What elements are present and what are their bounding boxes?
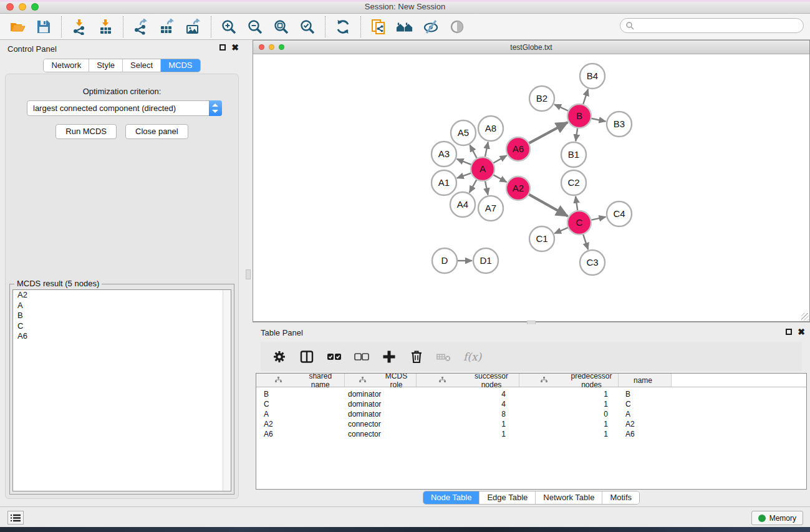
graph-node-A8[interactable]: A8 — [478, 116, 503, 141]
graph-node-A6[interactable]: A6 — [506, 137, 530, 161]
graph-node-C4[interactable]: C4 — [607, 201, 632, 226]
graph-node-A1[interactable]: A1 — [432, 170, 456, 195]
window-resize-grip[interactable] — [801, 313, 809, 321]
tab-node-table[interactable]: Node Table — [423, 491, 480, 504]
edge-A-A3[interactable] — [457, 159, 472, 165]
graph-node-D1[interactable]: D1 — [473, 248, 498, 273]
tab-style[interactable]: Style — [89, 59, 122, 72]
result-list-scrollbar[interactable] — [223, 290, 231, 491]
cell-name[interactable]: C — [619, 400, 672, 409]
refresh-icon[interactable] — [334, 18, 352, 36]
memory-button[interactable]: Memory — [751, 511, 803, 525]
column-header-name[interactable]: name — [619, 374, 672, 387]
float-panel-icon[interactable] — [219, 44, 226, 51]
table-row[interactable]: Adominator80A — [256, 409, 806, 419]
cell-mcds_role[interactable]: dominator — [345, 390, 417, 399]
table-row[interactable]: A2connector11A2 — [256, 419, 806, 429]
cell-shared_name[interactable]: C — [256, 400, 345, 409]
delete-table-icon[interactable] — [436, 349, 452, 365]
table-float-icon[interactable] — [786, 329, 792, 335]
result-item[interactable]: B — [13, 311, 231, 321]
edge-C-C2[interactable] — [576, 196, 577, 211]
network-window-titlebar[interactable]: testGlobe.txt — [253, 41, 809, 54]
cell-name[interactable]: A — [619, 410, 672, 418]
export-image-icon[interactable] — [185, 18, 202, 36]
open-session-icon[interactable] — [9, 18, 26, 36]
graph-node-B1[interactable]: B1 — [561, 142, 586, 167]
edge-A-A2[interactable] — [493, 175, 507, 182]
divider-handle-icon[interactable] — [246, 269, 251, 279]
graph-node-B[interactable]: B — [567, 104, 591, 128]
cell-name[interactable]: A2 — [619, 420, 672, 428]
graph-node-C2[interactable]: C2 — [561, 170, 586, 195]
zoom-in-icon[interactable] — [220, 18, 238, 36]
hide-graphics-details-icon[interactable] — [422, 18, 440, 36]
result-item[interactable]: A2 — [13, 290, 231, 301]
network-from-file-icon[interactable] — [370, 18, 387, 36]
edge-A-A8[interactable] — [485, 142, 488, 158]
edge-B-B4[interactable] — [583, 89, 588, 105]
cell-name[interactable]: B — [619, 390, 672, 399]
graph-node-A3[interactable]: A3 — [432, 142, 456, 167]
edge-C-C3[interactable] — [583, 234, 588, 249]
export-table-icon[interactable] — [158, 18, 176, 36]
edge-A-A6[interactable] — [493, 155, 507, 163]
cell-shared_name[interactable]: B — [256, 390, 345, 399]
table-row[interactable]: Cdominator41C — [256, 399, 806, 409]
graph-node-A[interactable]: A — [471, 157, 494, 181]
tab-motifs[interactable]: Motifs — [602, 491, 639, 504]
tab-network-table[interactable]: Network Table — [535, 491, 602, 504]
graph-node-A2[interactable]: A2 — [506, 177, 530, 200]
graph-node-B4[interactable]: B4 — [580, 64, 605, 89]
graph-node-C3[interactable]: C3 — [580, 250, 605, 275]
result-item[interactable]: C — [13, 321, 231, 332]
delete-column-icon[interactable] — [408, 349, 425, 365]
split-panel-icon[interactable] — [299, 349, 315, 365]
cell-mcds_role[interactable]: connector — [345, 420, 417, 428]
cell-mcds_role[interactable]: dominator — [345, 400, 417, 409]
tab-mcds[interactable]: MCDS — [160, 59, 200, 72]
search-input[interactable] — [634, 21, 803, 30]
close-panel-icon[interactable]: ✖ — [231, 44, 239, 51]
cell-predecessor_nodes[interactable]: 1 — [519, 420, 619, 428]
zoom-fit-icon[interactable] — [272, 18, 290, 36]
select-all-rows-icon[interactable] — [326, 349, 342, 365]
network-graph[interactable]: B4B2BB3B1A6A5A8A3AA1A4A7A2C2CC4C1C3DD1 — [254, 55, 809, 321]
graph-node-B3[interactable]: B3 — [607, 112, 632, 137]
cell-mcds_role[interactable]: dominator — [345, 410, 417, 418]
zoom-selected-icon[interactable] — [299, 18, 316, 36]
save-session-icon[interactable] — [35, 18, 52, 36]
cell-shared_name[interactable]: A2 — [256, 420, 345, 428]
close-panel-button[interactable]: Close panel — [125, 124, 188, 139]
graph-node-B2[interactable]: B2 — [529, 86, 554, 111]
add-column-icon[interactable] — [381, 349, 397, 365]
edge-B-B3[interactable] — [591, 118, 606, 122]
cell-successor_nodes[interactable]: 8 — [417, 410, 519, 418]
function-builder-icon[interactable]: f(x) — [463, 351, 481, 363]
graph-node-C[interactable]: C — [567, 211, 591, 235]
table-row[interactable]: A6connector11A6 — [256, 429, 806, 439]
graph-node-C1[interactable]: C1 — [529, 226, 554, 251]
mcds-result-list[interactable]: A2ABCA6 — [12, 289, 231, 491]
tab-network[interactable]: Network — [44, 59, 89, 72]
export-network-icon[interactable] — [132, 18, 150, 36]
graph-node-A7[interactable]: A7 — [478, 196, 503, 221]
column-header-successor_nodes[interactable]: successor nodes — [417, 374, 519, 387]
run-mcds-button[interactable]: Run MCDS — [55, 124, 117, 139]
optimization-criterion-dropdown[interactable]: largest connected component (directed) — [27, 100, 222, 116]
cell-predecessor_nodes[interactable]: 1 — [519, 390, 619, 399]
edge-A-A7[interactable] — [485, 181, 488, 195]
result-item[interactable]: A6 — [13, 331, 231, 342]
settings-gear-icon[interactable] — [271, 349, 287, 365]
cell-shared_name[interactable]: A6 — [256, 430, 345, 438]
tab-select[interactable]: Select — [122, 59, 160, 72]
edge-A-A4[interactable] — [470, 180, 477, 193]
edge-A2-C[interactable] — [529, 194, 568, 216]
graph-node-D[interactable]: D — [432, 248, 457, 273]
cell-predecessor_nodes[interactable]: 0 — [519, 410, 619, 418]
cell-predecessor_nodes[interactable]: 1 — [519, 400, 619, 409]
import-network-icon[interactable] — [70, 18, 88, 36]
edge-A6-B[interactable] — [529, 122, 568, 143]
column-header-predecessor_nodes[interactable]: predecessor nodes — [519, 374, 619, 387]
cell-name[interactable]: A6 — [619, 430, 672, 438]
